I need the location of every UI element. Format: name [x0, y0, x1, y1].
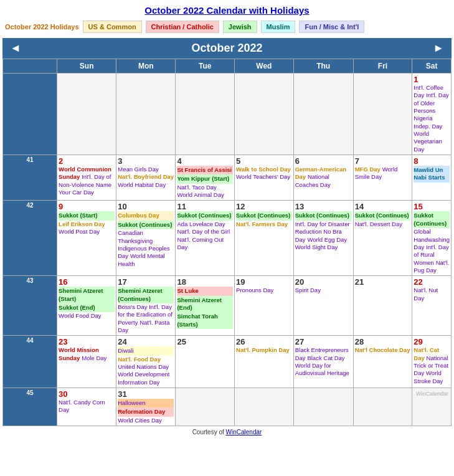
day-number: 25: [177, 337, 233, 346]
event: Mole Day: [82, 354, 106, 362]
event: Sukkot (Continues): [177, 211, 233, 220]
event: Nat'l. Day of the Girl: [177, 227, 230, 236]
next-month-button[interactable]: ►: [433, 42, 444, 55]
day-number: 14: [355, 202, 411, 211]
legend-us[interactable]: US & Common: [83, 21, 142, 33]
event: World Cities Day: [118, 416, 162, 424]
event: Sukkot (Continues): [295, 211, 352, 220]
calendar-cell: 10 Columbus Day Sukkot (Continues) Canad…: [116, 201, 176, 276]
day-number: 9: [59, 202, 115, 211]
event: United Nations Day: [118, 363, 169, 371]
day-number: 23: [59, 337, 115, 346]
calendar-cell: [235, 74, 294, 155]
week-number: [3, 74, 57, 155]
calendar-cell: 24 Diwali Nat'l. Food Day United Nations…: [116, 336, 176, 388]
calendar-cell: 23 World Mission Sunday Mole Day: [57, 336, 116, 388]
event: Shemini Atzeret (Continues): [118, 287, 174, 303]
week-header: [3, 59, 57, 74]
calendar-cell: WinCalendar: [412, 388, 452, 426]
event: World Food Day: [59, 312, 101, 320]
event: Yom Kippur (Start): [177, 174, 233, 183]
table-row: 1 Int'l. Coffee Day Int'l. Day of Older …: [3, 74, 452, 155]
legend-jewish[interactable]: Jewish: [223, 21, 257, 33]
event: World Vegetarian Day: [414, 130, 442, 153]
week-number: 44: [3, 336, 57, 388]
calendar-cell: 30 Nat'l. Candy Corn Day: [57, 388, 116, 426]
event: Sukkot (Continues): [355, 211, 411, 220]
event: World Egg Day: [307, 236, 347, 244]
event: World Teachers' Day: [236, 173, 290, 181]
calendar-cell: 29 Nat'l. Cat Day National Trick or Trea…: [412, 336, 452, 388]
event: World Animal Day: [177, 191, 224, 199]
event: Pronouns Day: [236, 286, 273, 294]
calendar-cell: [176, 388, 235, 426]
event: Nat'l. Nut Day: [414, 286, 438, 302]
event: Nat'l. Taco Day: [177, 183, 216, 191]
calendar-cell: [235, 388, 294, 426]
day-number: 3: [118, 156, 174, 166]
day-number: 12: [236, 202, 292, 211]
event: Black Cat Day: [307, 354, 344, 362]
event: Boss's Day: [118, 303, 147, 311]
day-number: 8: [414, 156, 450, 166]
table-row: 45 30 Nat'l. Candy Corn Day 31 Halloween…: [3, 388, 452, 426]
calendar-cell: 20 Spirit Day: [293, 276, 353, 336]
event: Nigeria Indep. Day: [414, 114, 442, 130]
event: Mawlid Un Nabi Starts: [414, 166, 450, 183]
footer-link[interactable]: WinCalendar: [226, 429, 262, 436]
day-number: 2: [59, 156, 115, 166]
calendar-cell: [353, 74, 412, 155]
calendar-cell: 14 Sukkot (Continues) Nat'l. Dessert Day: [353, 201, 412, 276]
day-number: 19: [236, 277, 292, 287]
calendar-cell: 12 Sukkot (Continues) Nat'l. Farmers Day: [235, 201, 294, 276]
day-number: 17: [118, 277, 174, 287]
calendar-cell: 11 Sukkot (Continues) Ada Lovelace Day N…: [176, 201, 235, 276]
event: Sukkot (Continues): [414, 211, 450, 228]
event: Nat'l. Food Day: [118, 355, 161, 363]
calendar-table: Sun Mon Tue Wed Thu Fri Sat 1 Int'l. Cof…: [2, 59, 452, 426]
day-number: 10: [118, 202, 174, 211]
event: Walk to School Day: [236, 165, 291, 173]
event: Nat'l Chocolate Day: [355, 346, 410, 354]
event: Sukkot (Continues): [118, 221, 174, 229]
header-fri: Fri: [353, 59, 412, 74]
event: St Luke: [177, 287, 233, 295]
day-number: 11: [177, 202, 233, 211]
calendar-cell: 2 World Communion Sunday Int'l. Day of N…: [57, 155, 116, 201]
event: Halloween: [118, 399, 174, 407]
event: Nat'l. Coming Out Day: [177, 236, 224, 251]
event: Spirit Day: [295, 286, 321, 294]
table-row: 41 2 World Communion Sunday Int'l. Day o…: [3, 155, 452, 201]
header-sat: Sat: [412, 59, 452, 74]
prev-month-button[interactable]: ◄: [10, 42, 21, 55]
calendar-cell: [57, 74, 116, 155]
header-sun: Sun: [57, 59, 116, 74]
day-number: 15: [414, 202, 450, 211]
event: World Day for Audiovisual Heritage: [295, 361, 349, 377]
page-title: October 2022 Calendar with Holidays: [0, 0, 454, 18]
week-number: 45: [3, 388, 57, 426]
day-number: 28: [355, 337, 411, 346]
calendar-cell: 16 Shemini Atzeret (Start) Sukkot (End) …: [57, 276, 116, 336]
calendar-cell: 17 Shemini Atzeret (Continues) Boss's Da…: [116, 276, 176, 336]
calendar-cell: 13 Sukkot (Continues) Int'l. Day for Dis…: [293, 201, 353, 276]
header-mon: Mon: [116, 59, 176, 74]
event: Columbus Day: [118, 211, 174, 220]
legend-christian[interactable]: Christian / Catholic: [146, 21, 219, 33]
table-row: 42 9 Sukkot (Start) Leif Erikson Day Wor…: [3, 201, 452, 276]
week-number: 42: [3, 201, 57, 276]
event: Sukkot (Start): [59, 211, 115, 220]
calendar-cell: 27 Black Entrepreneurs Day Black Cat Day…: [293, 336, 353, 388]
calendar-cell: 5 Walk to School Day World Teachers' Day: [235, 155, 294, 201]
event: Ada Lovelace Day: [177, 220, 225, 228]
day-number: 21: [355, 277, 411, 287]
watermark: WinCalendar: [414, 389, 450, 398]
day-number: 30: [59, 389, 115, 399]
calendar-cell: 21: [353, 276, 412, 336]
calendar-cell: 28 Nat'l Chocolate Day: [353, 336, 412, 388]
cal-nav: ◄ October 2022 ►: [2, 38, 452, 59]
legend-muslim[interactable]: Muslim: [261, 21, 296, 33]
event: Leif Erikson Day: [59, 220, 105, 228]
legend-fun[interactable]: Fun / Misc & Int'l: [299, 21, 364, 33]
calendar-cell: [116, 74, 176, 155]
